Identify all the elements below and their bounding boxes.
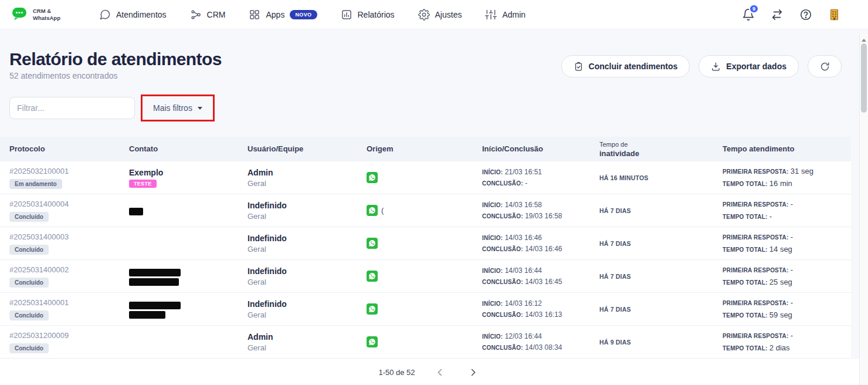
table-header-row: Protocolo Contato Usuário/Equipe Origem … <box>0 137 851 161</box>
contact-cell: Exemplo TESTE <box>129 168 247 188</box>
user-name: Admin <box>247 168 367 177</box>
total-time-value: 16 min <box>769 179 792 188</box>
user-name: Indefinido <box>247 201 367 210</box>
whatsapp-icon <box>367 172 378 183</box>
table-row[interactable]: #2025032100001 Em andamento Exemplo TEST… <box>0 161 851 194</box>
main-nav: Atendimentos CRM Apps NOVO Relatórios Aj… <box>99 9 525 21</box>
results-count: 52 atendimentos encontrados <box>9 71 222 80</box>
col-header-tempo-atendimento[interactable]: Tempo atendimento <box>723 144 851 154</box>
total-time-value: 25 seg <box>769 278 792 286</box>
total-time-value: 14 seg <box>769 245 792 254</box>
navbar-right: 9 <box>742 8 856 21</box>
protocol-number: #2025032100001 <box>9 167 129 175</box>
start-end-cell: INÍCIO: 14/03 16:58 CONCLUSÃO: 19/03 16:… <box>482 200 599 221</box>
redacted-text <box>129 278 179 286</box>
more-filters-button[interactable]: Mais filtros <box>148 100 207 116</box>
start-end-cell: INÍCIO: 14/03 16:44 CONCLUSÃO: 14/03 16:… <box>482 265 599 287</box>
whatsapp-icon <box>367 205 378 216</box>
chevron-right-icon <box>469 368 477 377</box>
col-header-contato[interactable]: Contato <box>129 144 247 154</box>
end-line: CONCLUSÃO: 14/03 16:45 <box>482 276 599 288</box>
nodes-icon <box>190 9 202 21</box>
total-time-label: TEMPO TOTAL: <box>723 312 767 319</box>
refresh-button[interactable] <box>808 55 842 77</box>
nav-item-crm[interactable]: CRM <box>190 9 226 21</box>
col-header-protocolo[interactable]: Protocolo <box>9 144 129 154</box>
table-row[interactable]: #2025031400002 Concluído Indefinido Gera… <box>0 260 851 293</box>
start-value: 14/03 16:46 <box>505 234 542 242</box>
origin-cell <box>367 271 482 282</box>
scrollbar-up-arrow[interactable] <box>860 33 868 42</box>
main-content: Relatório de atendimentos 52 atendimento… <box>0 29 859 359</box>
filter-input[interactable] <box>9 97 135 119</box>
services-table: Protocolo Contato Usuário/Equipe Origem … <box>0 137 851 359</box>
switch-account-button[interactable] <box>771 8 784 21</box>
nav-item-relatorios[interactable]: Relatórios <box>341 9 395 21</box>
app-logo[interactable]: CRM & WhatsApp <box>12 6 60 23</box>
user-team-cell: Admin Geral <box>247 332 367 352</box>
report-chart-icon <box>341 9 352 21</box>
whatsapp-icon <box>367 336 378 347</box>
download-icon <box>711 62 721 72</box>
end-label: CONCLUSÃO: <box>482 180 523 187</box>
nav-item-admin[interactable]: Admin <box>485 9 525 21</box>
end-value: 14/03 16:13 <box>525 310 562 319</box>
inactivity-cell: HÁ 7 DIAS <box>599 240 723 247</box>
next-page-button[interactable] <box>466 364 481 380</box>
vertical-scrollbar[interactable] <box>859 33 868 385</box>
table-row[interactable]: #2025031400003 Concluído Indefinido Gera… <box>0 227 851 260</box>
status-badge: Concluído <box>9 212 49 222</box>
col-header-usuario-equipe[interactable]: Usuário/Equipe <box>247 144 367 154</box>
start-label: INÍCIO: <box>482 268 503 274</box>
table-row[interactable]: #2025031200009 Concluído Admin Geral INÍ… <box>0 326 851 359</box>
first-response-value: - <box>791 232 793 241</box>
nav-item-ajustes[interactable]: Ajustes <box>418 9 462 21</box>
whatsapp-icon <box>367 303 378 315</box>
scrollbar-thumb[interactable] <box>861 43 867 113</box>
start-value: 21/03 16:51 <box>505 168 542 176</box>
start-value: 14/03 16:12 <box>505 299 542 308</box>
page-title: Relatório de atendimentos <box>9 49 222 69</box>
nav-item-apps[interactable]: Apps NOVO <box>249 9 317 21</box>
previous-page-button[interactable] <box>433 364 448 380</box>
start-value: 14/03 16:58 <box>505 201 542 209</box>
end-label: CONCLUSÃO: <box>482 279 523 285</box>
nav-label: CRM <box>207 10 226 19</box>
total-time-label: TEMPO TOTAL: <box>723 279 767 286</box>
conclude-services-button[interactable]: Concluir atendimentos <box>561 55 690 77</box>
table-row[interactable]: #2025031400001 Concluído Indefinido Gera… <box>0 293 851 326</box>
user-team-cell: Indefinido Geral <box>247 201 367 221</box>
end-line: CONCLUSÃO: - <box>482 178 599 189</box>
nav-label: Atendimentos <box>116 10 167 19</box>
col-header-inicio-conclusao[interactable]: Início/Conclusão <box>482 144 599 154</box>
first-response-label: PRIMEIRA RESPOSTA: <box>723 168 789 175</box>
total-time-line: TEMPO TOTAL: 59 seg <box>723 309 851 321</box>
col-header-origem[interactable]: Origem <box>367 144 482 154</box>
logo-icon <box>12 6 29 23</box>
header-actions: Concluir atendimentos Exportar dados <box>561 49 842 77</box>
start-label: INÍCIO: <box>482 169 503 175</box>
protocol-cell: #2025031400003 Concluído <box>9 232 129 255</box>
chevron-down-icon <box>198 107 202 110</box>
help-button[interactable] <box>799 8 812 21</box>
export-data-button[interactable]: Exportar dados <box>699 55 799 77</box>
end-label: CONCLUSÃO: <box>482 312 523 318</box>
logo-text: CRM & WhatsApp <box>33 8 60 21</box>
first-response-line: PRIMEIRA RESPOSTA: - <box>723 198 851 210</box>
col-header-tempo-inatividade[interactable]: Tempo de inatividade <box>599 140 723 159</box>
start-label: INÍCIO: <box>482 300 503 307</box>
contact-tag-badge: TESTE <box>129 180 157 188</box>
end-value: 19/03 16:58 <box>525 212 562 220</box>
redacted-area <box>129 302 247 319</box>
total-time-value: - <box>769 212 772 221</box>
building-icon <box>828 8 841 21</box>
protocol-number: #2025031400002 <box>9 265 129 274</box>
protocol-cell: #2025031400004 Concluído <box>9 200 129 222</box>
swap-arrows-icon <box>771 8 784 21</box>
table-row[interactable]: #2025031400004 Concluído Indefinido Gera… <box>0 194 851 227</box>
nav-item-atendimentos[interactable]: Atendimentos <box>99 9 167 21</box>
user-name: Indefinido <box>247 299 367 309</box>
organization-button[interactable] <box>828 8 841 21</box>
notifications-button[interactable]: 9 <box>742 8 755 21</box>
user-team-cell: Indefinido Geral <box>247 234 367 254</box>
